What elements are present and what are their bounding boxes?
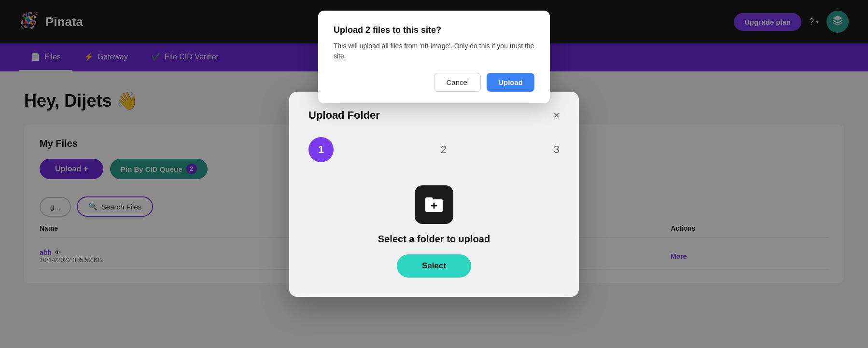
folder-plus-icon (422, 193, 446, 216)
modal-title: Upload Folder (308, 109, 380, 122)
confirm-dialog-title: Upload 2 files to this site? (334, 25, 534, 35)
step-1-circle: 1 (308, 137, 334, 162)
steps-row: 1 2 3 (308, 137, 560, 162)
modal-header: Upload Folder × (308, 109, 560, 122)
app-wrapper: 🪅 Pinata Upgrade plan ? ▾ (0, 0, 868, 348)
modal-body: Select a folder to upload Select (308, 185, 560, 278)
step-2-number: 2 (441, 143, 447, 156)
confirm-dialog-body: This will upload all files from 'nft-ima… (334, 41, 534, 61)
select-folder-text: Select a folder to upload (378, 234, 490, 245)
step-1-label: 1 (318, 143, 324, 156)
confirm-dialog: Upload 2 files to this site? This will u… (318, 11, 550, 103)
confirm-dialog-actions: Cancel Upload (334, 73, 534, 92)
select-folder-button[interactable]: Select (397, 254, 471, 278)
cancel-button[interactable]: Cancel (434, 73, 481, 92)
modal-close-button[interactable]: × (553, 109, 560, 122)
folder-icon-wrapper (415, 185, 453, 224)
step-3-number: 3 (554, 143, 560, 156)
upload-folder-modal: Upload Folder × 1 2 3 Select a folder to… (289, 92, 579, 297)
confirm-upload-button[interactable]: Upload (487, 73, 534, 92)
